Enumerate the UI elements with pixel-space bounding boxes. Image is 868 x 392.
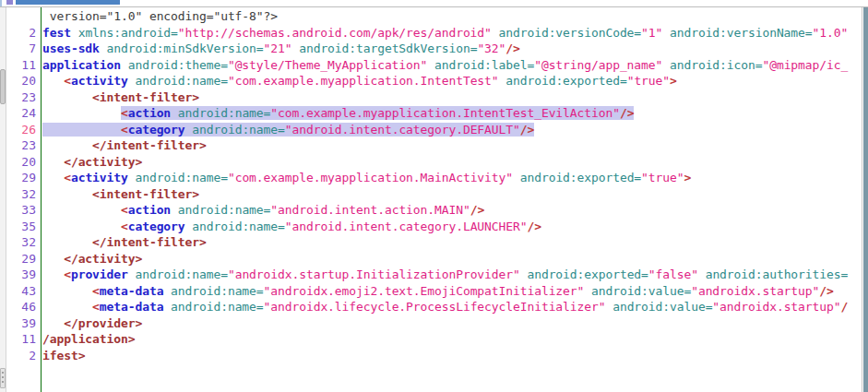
code-line[interactable]: <meta-data android:name="androidx.lifecy… [42,299,862,315]
syntax-token-plain [42,203,121,217]
syntax-token-val: "1" [641,26,662,40]
gutter-line-number: 39 [6,315,36,332]
syntax-token-delim: < [92,284,100,298]
gutter-line-number: 20 [6,73,36,89]
vertical-dots-grip-icon [2,381,4,383]
syntax-token-tag: application [42,58,121,72]
gutter-line-number: 29 [6,170,36,186]
syntax-token-val: "@style/Theme_MyApplication" [228,58,427,72]
gutter-line-number: 2 [6,25,36,42]
code-text-area[interactable]: version="1.0" encoding="utf-8"?>fest xml… [42,7,862,392]
syntax-token-delim: /> [505,42,519,55]
syntax-token-attr: android:authorities= [698,267,848,281]
syntax-token-tag: provider [71,267,128,281]
vertical-dots-grip-icon [2,372,4,374]
syntax-token-plain [42,187,92,201]
syntax-token-attr: android:minSdkVersion= [100,42,264,55]
code-line[interactable]: ifest> [42,348,862,364]
syntax-token-attr: android:label= [427,58,534,72]
syntax-token-delim: /> [470,203,484,217]
syntax-token-val: "@mipmap/ic_ [762,58,848,72]
code-line[interactable]: /application> [42,331,862,348]
syntax-token-attr: android:name= [128,267,228,281]
syntax-token-attr: android:targetSdkVersion= [291,42,477,55]
text-selection-highlight: <category android:name="android.intent.c… [42,123,534,137]
panel-grip-handle[interactable] [0,368,6,388]
gutter-line-number: 29 [6,251,36,267]
left-scroll-thumb[interactable] [0,69,6,104]
code-line[interactable]: <activity android:name="com.example.myap… [42,73,862,89]
syntax-token-val: "@string/app_name" [534,58,662,72]
code-line[interactable]: </activity> [42,154,862,171]
vertical-scrollbar-thumb[interactable] [863,7,868,392]
code-line[interactable]: <action android:name="com.example.myappl… [42,105,862,122]
syntax-token-delim: < [121,203,128,217]
gutter-line-number: 46 [6,299,36,315]
syntax-token-plain [42,155,64,169]
syntax-token-delim: /> [819,284,833,298]
syntax-token-plain [42,138,92,152]
syntax-token-plain [42,252,64,266]
code-line[interactable]: </provider> [42,315,862,332]
syntax-token-val: "true" [627,74,670,88]
syntax-token-tag: category [128,220,185,233]
gutter-line-number: 11 [6,57,36,74]
syntax-token-tag: action [128,106,171,120]
syntax-token-attr: android:name= [171,106,270,120]
code-line[interactable]: fest xmlns:android="http://schemas.andro… [42,25,862,42]
syntax-token-tag: category [128,123,185,137]
code-line[interactable]: </intent-filter> [42,137,862,154]
syntax-token-delim: / [840,300,848,314]
code-line[interactable]: </intent-filter> [42,234,862,251]
gutter-line-number: 32 [6,186,36,203]
syntax-token-tag: uses-sdk [42,42,100,55]
syntax-token-val: "true" [641,171,684,184]
syntax-token-val: "1.0" [813,26,849,40]
syntax-token-tag: activity [71,74,128,88]
code-line[interactable]: </activity> [42,251,862,267]
syntax-token-plain [42,90,92,104]
code-line[interactable]: <provider android:name="androidx.startup… [42,267,862,283]
syntax-token-delim: < [92,300,100,314]
syntax-token-delim: < [121,106,128,120]
code-line[interactable]: <meta-data android:name="androidx.emoji2… [42,283,862,300]
code-line[interactable]: version="1.0" encoding="utf-8"?> [42,8,862,25]
syntax-token-val: "32" [477,42,505,55]
syntax-token-attr: android:versionCode= [492,26,641,40]
vertical-scrollbar[interactable] [862,7,868,392]
code-line[interactable]: <intent-filter> [42,89,862,106]
syntax-token-rtag: /application> [42,332,135,346]
gutter-line-number: 23 [6,89,36,106]
code-line[interactable]: <category android:name="android.intent.c… [42,219,862,235]
syntax-token-delim: > [670,74,677,88]
code-line[interactable]: <action android:name="android.intent.act… [42,202,862,219]
syntax-token-attr: android:name= [185,123,285,137]
syntax-token-attr: android:value= [584,284,691,298]
code-line[interactable]: <intent-filter> [42,186,862,203]
syntax-token-attr: android:name= [163,300,263,314]
gutter-line-number: 24 [6,105,36,122]
syntax-token-delim: /> [520,123,534,137]
syntax-token-val: "false" [648,267,698,281]
syntax-token-plain [42,123,121,137]
syntax-token-attr: android:exported= [513,171,641,184]
syntax-token-rtag: </activity> [64,252,142,266]
xml-editor-area[interactable]: 271120232426232029323335322939434639112 … [6,7,862,392]
syntax-token-plain [42,171,64,184]
gutter-line-number: 26 [6,122,36,138]
top-chrome-strip [0,0,868,7]
syntax-token-plain [42,235,92,249]
syntax-token-tag: meta-data [100,300,164,314]
syntax-token-rtag: </activity> [64,155,142,169]
syntax-token-rtag: </intent-filter> [92,138,207,152]
collapsed-side-panel-strip[interactable] [0,7,6,392]
syntax-token-delim: < [121,123,128,137]
syntax-token-val: "android.intent.action.MAIN" [270,203,470,217]
code-line[interactable]: uses-sdk android:minSdkVersion="21" andr… [42,41,862,57]
code-line[interactable]: <activity android:name="com.example.myap… [42,170,862,186]
code-line[interactable]: application android:theme="@style/Theme_… [42,57,862,74]
code-line[interactable]: <category android:name="android.intent.c… [42,122,862,138]
syntax-token-val: "androidx.startup.InitializationProvider… [228,267,520,281]
syntax-token-delim: < [64,74,71,88]
gutter-line-number: 23 [6,137,36,154]
